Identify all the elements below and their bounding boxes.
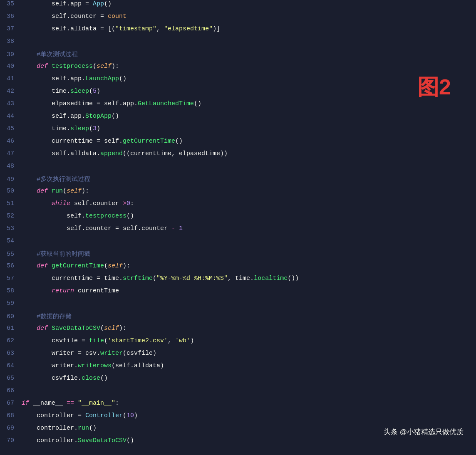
token-indent2 <box>22 138 52 145</box>
token-var: ( <box>63 188 67 195</box>
token-indent1 <box>22 437 37 444</box>
token-str: "timestamp" <box>115 25 156 32</box>
token-indent3 <box>22 213 67 220</box>
line-number: 66 <box>0 387 22 394</box>
token-var: writer = csv. <box>52 350 100 357</box>
code-line: 63 writer = csv.writer(csvfile) <box>0 349 476 362</box>
token-var: self. <box>67 213 85 220</box>
token-var: controller = <box>37 412 85 419</box>
token-var: .alldata = [( <box>67 25 115 32</box>
line-number: 55 <box>0 251 22 258</box>
code-line: 45 time.sleep(3) <box>0 125 476 137</box>
token-comment: #单次测试过程 <box>37 51 78 58</box>
code-editor: 35 self.app = App()36 self.counter = cou… <box>0 0 476 449</box>
line-content: self.app.StopApp() <box>22 113 476 120</box>
line-number: 57 <box>0 275 22 282</box>
token-var: self <box>52 13 67 20</box>
token-var: .app = <box>67 0 93 7</box>
line-content: self.alldata.append((currenttime, elpase… <box>22 150 476 157</box>
line-number: 35 <box>0 0 22 7</box>
line-number: 65 <box>0 375 22 382</box>
token-fn: writer <box>100 350 123 357</box>
token-indent1 <box>22 251 37 258</box>
token-fn: close <box>82 375 100 382</box>
token-var: controller. <box>37 437 78 444</box>
code-line: 52 self.testprocess() <box>0 212 476 225</box>
token-var: .app. <box>119 100 138 107</box>
line-content: currenttime = self.getCurrentTime() <box>22 138 476 145</box>
token-var: (csvfile) <box>123 350 156 357</box>
code-line: 59 <box>0 299 476 312</box>
code-line: 70 controller.SaveDataToCSV() <box>0 437 476 449</box>
line-content: #多次执行测试过程 <box>22 175 476 183</box>
token-fn: LaunchApp <box>85 75 119 82</box>
token-str: "elapsedtime" <box>164 25 213 32</box>
line-number: 62 <box>0 337 22 344</box>
token-op: == <box>67 400 74 407</box>
token-indent2 <box>22 75 52 82</box>
line-number: 64 <box>0 362 22 369</box>
token-indent1 <box>22 412 37 419</box>
code-line: 47 self.alldata.append((currenttime, elp… <box>0 150 476 162</box>
token-var: self <box>52 150 67 157</box>
token-comment: #数据的存储 <box>37 313 72 320</box>
token-var: ( <box>123 412 126 419</box>
token-op: > <box>123 200 126 207</box>
line-number: 49 <box>0 176 22 183</box>
line-content: if __name__ == "__main__": <box>22 400 476 407</box>
line-number: 56 <box>0 262 22 270</box>
token-fn: run <box>78 425 89 432</box>
line-number: 39 <box>0 51 22 58</box>
line-number: 51 <box>0 200 22 207</box>
token-var: , <box>156 25 164 32</box>
line-content <box>22 300 476 307</box>
line-number: 68 <box>0 412 22 419</box>
token-indent2 <box>22 125 52 132</box>
token-indent2 <box>22 100 52 107</box>
token-count: count <box>108 13 126 20</box>
line-number: 70 <box>0 437 22 444</box>
line-number: 50 <box>0 188 22 195</box>
line-content: self.app.LaunchApp() <box>22 75 476 82</box>
line-number: 59 <box>0 300 22 307</box>
token-var: .alldata. <box>67 150 100 157</box>
line-number: 52 <box>0 213 22 220</box>
token-var: : <box>115 400 119 407</box>
token-num: 5 <box>93 88 97 95</box>
line-number: 54 <box>0 237 22 245</box>
line-content: currentTime = time.strftime("%Y-%m-%d %H… <box>22 275 476 282</box>
token-cls: Controller <box>85 412 123 419</box>
token-var: ) <box>97 88 100 95</box>
token-var: ( <box>104 337 108 344</box>
line-content: time.sleep(3) <box>22 125 476 132</box>
token-var: ( <box>89 88 93 95</box>
line-content: elpasedtime = self.app.GetLaunchedTime() <box>22 100 476 107</box>
token-num: 1 <box>179 225 183 232</box>
token-indent2 <box>22 0 52 7</box>
token-var: time <box>52 125 67 132</box>
code-line: 49 #多次执行测试过程 <box>0 175 476 187</box>
token-var: () <box>119 75 126 82</box>
token-fn: SaveDataToCSV <box>52 325 100 332</box>
code-line: 53 self.counter = self.counter - 1 <box>0 225 476 237</box>
token-var: ()) <box>288 275 299 282</box>
token-fn: getCurrentTime <box>123 138 175 145</box>
token-var: csvfile. <box>52 375 82 382</box>
token-indent2 <box>22 362 52 369</box>
code-line: 43 elpasedtime = self.app.GetLaunchedTim… <box>0 100 476 112</box>
token-var: self <box>52 113 67 120</box>
code-line: 36 self.counter = count <box>0 12 476 25</box>
code-line: 50 def run(self): <box>0 187 476 200</box>
token-var: () <box>89 425 97 432</box>
token-num: 0 <box>126 200 130 207</box>
line-content: while self.counter >0: <box>22 200 476 207</box>
line-content: controller.SaveDataToCSV() <box>22 437 476 444</box>
code-line: 56 def getCurrentTime(self): <box>0 262 476 274</box>
token-comment: #多次执行测试过程 <box>37 176 90 183</box>
line-number: 45 <box>0 125 22 132</box>
token-var: .app. <box>67 75 85 82</box>
token-var: . <box>67 125 70 132</box>
code-line: 40 def testprocess(self): <box>0 62 476 75</box>
token-op: - <box>171 225 175 232</box>
line-content: time.sleep(5) <box>22 88 476 95</box>
